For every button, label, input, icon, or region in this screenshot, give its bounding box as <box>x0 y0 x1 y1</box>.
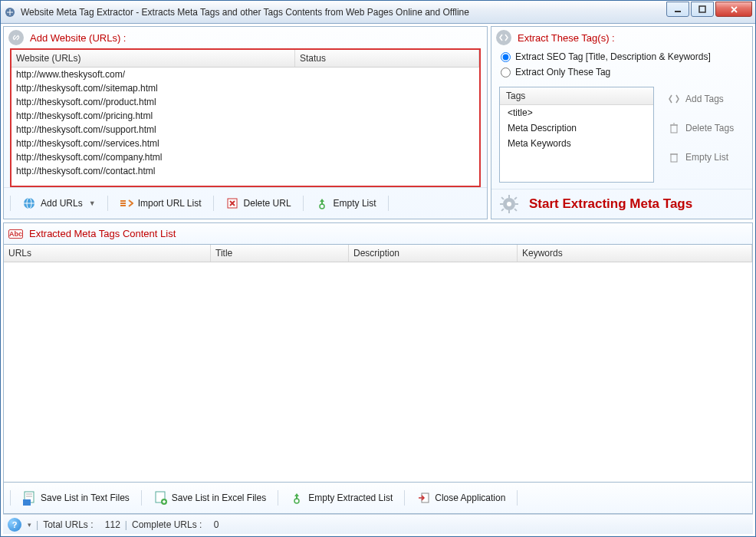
results-panel: Abc Extracted Meta Tags Content List URL… <box>3 222 753 514</box>
minimize-button[interactable] <box>666 2 689 17</box>
delete-tags-button[interactable]: Delete Tags <box>660 117 744 139</box>
extract-panel-title: Extract These Tag(s) : <box>518 32 615 44</box>
add-toolbar: Add URLs ▼ Import URL List Delete URL <box>4 187 487 219</box>
maximize-button[interactable] <box>691 2 714 17</box>
dropdown-icon: ▼ <box>89 199 96 207</box>
svg-point-10 <box>507 202 511 206</box>
radio-seo-input[interactable] <box>501 52 511 62</box>
code-icon <box>496 30 511 45</box>
window-title: Website Meta Tag Extractor - Extracts Me… <box>21 7 666 18</box>
svg-rect-13 <box>500 203 503 205</box>
complete-urls-label: Complete URLs : <box>132 519 202 530</box>
svg-rect-18 <box>501 208 504 211</box>
svg-rect-7 <box>671 125 677 133</box>
svg-rect-20 <box>23 499 31 506</box>
client-area: Add Website (URLs) : Website (URLs) Stat… <box>1 24 755 536</box>
add-tags-button[interactable]: Add Tags <box>660 88 744 110</box>
save-excel-icon <box>153 491 167 505</box>
url-row[interactable]: http://theskysoft.com//services.html <box>12 137 479 150</box>
results-title: Extracted Meta Tags Content List <box>29 228 176 239</box>
tags-list[interactable]: Tags <title> Meta Description Meta Keywo… <box>499 87 654 183</box>
app-window: Website Meta Tag Extractor - Extracts Me… <box>0 0 756 537</box>
radio-seo-tag[interactable]: Extract SEO Tag [Title, Description & Ke… <box>501 51 743 62</box>
tag-item[interactable]: <title> <box>500 105 653 120</box>
col-keywords[interactable]: Keywords <box>518 245 752 262</box>
delete-icon <box>225 196 239 210</box>
url-row[interactable]: http://www.theskysoft.com/ <box>12 68 479 81</box>
total-urls-label: Total URLs : <box>43 519 93 530</box>
start-bar: Start Extracting Meta Tags <box>491 189 752 219</box>
url-grid-header: Website (URLs) Status <box>12 50 479 68</box>
empty-extracted-button[interactable]: Empty Extracted List <box>283 487 399 509</box>
url-row[interactable]: http://theskysoft.com//sitemap.html <box>12 81 479 95</box>
url-grid[interactable]: Website (URLs) Status http://www.theskys… <box>10 48 481 187</box>
save-text-button[interactable]: Save List in Text Files <box>15 487 136 509</box>
add-urls-label: Add URLs <box>41 198 83 209</box>
delete-label: Delete URL <box>244 198 291 209</box>
svg-rect-11 <box>508 195 510 198</box>
help-dropdown-icon[interactable]: ▾ <box>28 521 31 529</box>
save-text-label: Save List in Text Files <box>41 493 130 503</box>
import-label: Import URL List <box>138 198 202 209</box>
svg-rect-1 <box>675 11 681 12</box>
radio-only-label: Extract Only These Tag <box>515 67 610 77</box>
url-row[interactable]: http://theskysoft.com//company.html <box>12 150 479 164</box>
start-extracting-button[interactable]: Start Extracting Meta Tags <box>525 194 696 214</box>
empty-extracted-icon <box>290 491 304 505</box>
save-excel-button[interactable]: Save List in Excel Files <box>146 487 273 509</box>
abc-icon: Abc <box>8 229 23 239</box>
tag-item[interactable]: Meta Description <box>500 120 653 136</box>
empty-label: Empty List <box>334 198 376 209</box>
delete-url-button[interactable]: Delete URL <box>219 193 298 214</box>
add-urls-button[interactable]: Add URLs ▼ <box>15 193 103 214</box>
col-description[interactable]: Description <box>349 245 518 262</box>
add-tags-icon <box>667 92 681 106</box>
results-grid[interactable]: URLs Title Description Keywords <box>3 244 753 483</box>
col-urls[interactable]: URLs <box>4 245 211 262</box>
svg-rect-14 <box>515 203 518 205</box>
extract-tags-panel: Extract These Tag(s) : Extract SEO Tag [… <box>491 26 753 219</box>
gear-icon <box>499 194 519 214</box>
svg-rect-12 <box>508 210 510 213</box>
total-urls-value: 112 <box>105 519 120 530</box>
radio-only-input[interactable] <box>501 68 511 77</box>
add-urls-panel: Add Website (URLs) : Website (URLs) Stat… <box>3 26 488 219</box>
link-icon <box>8 30 24 45</box>
tag-item[interactable]: Meta Keywords <box>500 136 653 151</box>
complete-urls-value: 0 <box>214 519 219 530</box>
results-header: URLs Title Description Keywords <box>4 245 752 262</box>
start-label: Start Extracting Meta Tags <box>529 196 692 212</box>
tag-buttons: Add Tags Delete Tags Empty List <box>660 87 744 183</box>
svg-rect-2 <box>699 6 705 12</box>
empty-tags-button[interactable]: Empty List <box>660 147 744 168</box>
svg-rect-8 <box>671 154 677 162</box>
empty-tags-label: Empty List <box>685 152 728 163</box>
url-row[interactable]: http://theskysoft.com//pricing.html <box>12 109 479 123</box>
url-row[interactable]: http://theskysoft.com//support.html <box>12 123 479 137</box>
status-bar: ? ▾ | Total URLs : 112 | Complete URLs :… <box>3 514 753 534</box>
help-icon[interactable]: ? <box>8 518 21 532</box>
radio-only-tag[interactable]: Extract Only These Tag <box>501 67 743 77</box>
col-tags[interactable]: Tags <box>500 87 653 105</box>
svg-rect-15 <box>501 196 504 199</box>
close-app-icon <box>416 491 430 505</box>
url-row[interactable]: http://theskysoft.com//product.html <box>12 95 479 109</box>
col-title[interactable]: Title <box>211 245 349 262</box>
globe-icon <box>22 196 36 210</box>
save-excel-label: Save List in Excel Files <box>172 493 266 503</box>
close-app-button[interactable]: Close Application <box>409 487 512 509</box>
results-body[interactable] <box>4 262 752 482</box>
titlebar[interactable]: Website Meta Tag Extractor - Extracts Me… <box>1 1 755 24</box>
import-url-list-button[interactable]: Import URL List <box>113 193 209 214</box>
add-tags-label: Add Tags <box>685 94 724 104</box>
empty-extracted-label: Empty Extracted List <box>308 493 393 503</box>
url-row[interactable]: http://theskysoft.com//contact.html <box>12 164 479 178</box>
close-button[interactable] <box>715 2 752 17</box>
col-status[interactable]: Status <box>295 50 479 67</box>
url-grid-body[interactable]: http://www.theskysoft.com/ http://thesky… <box>12 68 479 186</box>
empty-list-button[interactable]: Empty List <box>308 193 383 214</box>
svg-rect-17 <box>514 196 517 199</box>
col-website-urls[interactable]: Website (URLs) <box>12 50 295 67</box>
add-panel-title: Add Website (URLs) : <box>30 32 126 44</box>
recycle-icon <box>315 196 329 210</box>
